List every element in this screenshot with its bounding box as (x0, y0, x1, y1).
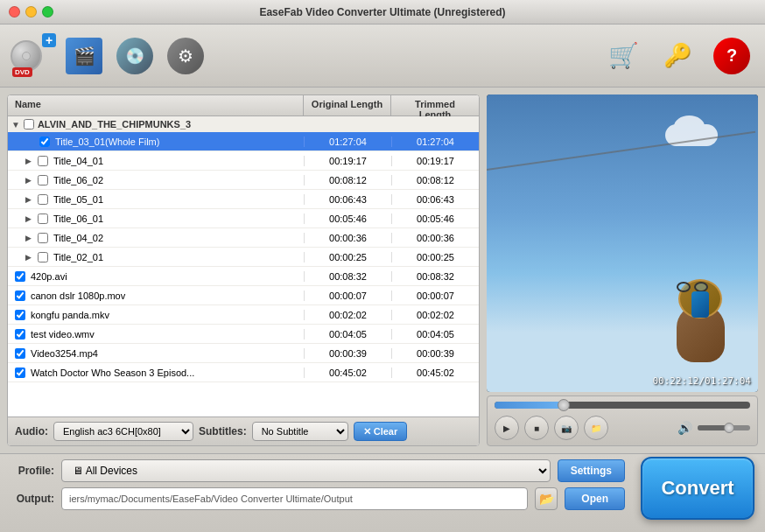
volume-thumb[interactable] (724, 423, 734, 433)
bottom-section: Profile: 🖥 All Devices Settings Output: … (0, 453, 765, 532)
progress-bar[interactable] (495, 402, 750, 409)
row-expand-icon[interactable]: ▶ (25, 176, 38, 185)
table-row[interactable]: Video3254.mp4 00:00:39 00:00:39 (8, 344, 479, 363)
row-original-length: 00:00:25 (304, 252, 391, 262)
file-list-body[interactable]: ▼ ALVIN_AND_THE_CHIPMUNKS_3 Title_03_01(… (8, 116, 479, 416)
row-checkbox[interactable] (38, 233, 48, 243)
row-checkbox[interactable] (15, 368, 25, 378)
close-button[interactable] (9, 6, 20, 18)
row-original-length: 00:08:12 (304, 175, 391, 186)
row-expand-icon[interactable]: ▶ (25, 253, 38, 262)
progress-fill (495, 402, 564, 409)
table-row[interactable]: ▶ Title_06_02 00:08:12 00:08:12 (8, 171, 479, 190)
folder-icon: 📂 (539, 492, 554, 506)
row-filename: test video.wmv (27, 329, 304, 340)
table-row[interactable]: ▶ Title_02_01 00:00:25 00:00:25 (8, 248, 479, 267)
table-row[interactable]: ▶ Title_04_02 00:00:36 00:00:36 (8, 228, 479, 248)
video-preview: 00:22:12/01:27:04 (487, 94, 758, 392)
add-video-button[interactable]: 🎬 (61, 33, 107, 79)
row-trimmed-length: 00:02:02 (391, 310, 479, 320)
table-row[interactable]: Watch Doctor Who Season 3 Episod... 00:4… (8, 363, 479, 382)
row-checkbox[interactable] (39, 136, 50, 147)
row-filename: Title_05_01 (50, 194, 304, 205)
row-checkbox[interactable] (15, 290, 25, 301)
file-list-header: Name Original Length Trimmed Length (8, 95, 479, 116)
maximize-button[interactable] (42, 6, 53, 18)
preferences-button[interactable]: ⚙ (163, 33, 208, 79)
row-filename: Title_04_01 (50, 156, 304, 166)
video-scene (487, 94, 758, 392)
add-bluray-button[interactable]: 💿 (112, 33, 158, 79)
row-filename: Video3254.mp4 (27, 348, 304, 359)
toolbar: DVD + 🎬 💿 ⚙ 🛒 🔑 ? (0, 24, 765, 88)
snapshot-button[interactable]: 📷 (554, 416, 579, 440)
table-row[interactable]: Title_03_01(Whole Film) 01:27:04 01:27:0… (8, 132, 479, 151)
video-controls: ▶ ■ 📷 📁 🔊 (487, 396, 758, 446)
row-filename: kongfu panda.mkv (27, 310, 304, 320)
row-trimmed-length: 00:08:32 (391, 271, 479, 282)
profile-select[interactable]: 🖥 All Devices (61, 459, 551, 482)
row-original-length: 00:19:17 (304, 156, 391, 166)
row-original-length: 00:08:32 (304, 271, 391, 282)
register-button[interactable]: 🔑 (655, 33, 700, 79)
row-trimmed-length: 00:45:02 (391, 368, 479, 378)
play-button[interactable]: ▶ (495, 416, 519, 440)
row-original-length: 00:00:39 (304, 348, 391, 359)
row-checkbox[interactable] (15, 329, 25, 340)
row-expand-icon[interactable]: ▶ (25, 195, 38, 204)
audio-select[interactable]: English ac3 6CH[0x80] (53, 422, 193, 441)
snapshot-icon: 📷 (561, 424, 572, 433)
row-checkbox[interactable] (15, 310, 25, 320)
add-dvd-button[interactable]: DVD + (11, 33, 56, 79)
row-trimmed-length: 00:19:17 (391, 156, 479, 166)
table-row[interactable]: ▶ Title_04_01 00:19:17 00:19:17 (8, 151, 479, 171)
file-group-alvin[interactable]: ▼ ALVIN_AND_THE_CHIPMUNKS_3 (8, 116, 479, 132)
row-expand-icon[interactable]: ▶ (25, 234, 38, 242)
cart-icon: 🛒 (605, 38, 642, 74)
row-checkbox[interactable] (38, 175, 48, 186)
table-row[interactable]: kongfu panda.mkv 00:02:02 00:02:02 (8, 305, 479, 325)
row-checkbox[interactable] (38, 252, 48, 262)
clear-button[interactable]: ✕ Clear (354, 422, 408, 441)
output-path-input[interactable] (61, 487, 528, 510)
settings-button[interactable]: Settings (558, 459, 625, 482)
row-trimmed-length: 00:00:25 (391, 252, 479, 262)
row-expand-icon[interactable]: ▶ (25, 214, 38, 223)
row-original-length: 00:04:05 (304, 329, 391, 340)
minimize-button[interactable] (25, 6, 37, 18)
row-checkbox[interactable] (38, 156, 48, 166)
stop-button[interactable]: ■ (524, 416, 549, 440)
convert-button[interactable]: Convert (641, 457, 754, 520)
key-icon: 🔑 (659, 38, 696, 74)
dvd-plus-icon: DVD + (11, 33, 56, 79)
row-checkbox[interactable] (38, 214, 48, 224)
buy-button[interactable]: 🛒 (600, 33, 646, 79)
open-folder-button[interactable]: 📁 (584, 416, 608, 440)
help-button[interactable]: ? (709, 33, 754, 79)
col-name-header: Name (8, 95, 304, 116)
table-row[interactable]: 420p.avi 00:08:32 00:08:32 (8, 267, 479, 286)
table-row[interactable]: ▶ Title_05_01 00:06:43 00:06:43 (8, 190, 479, 209)
row-original-length: 00:05:46 (304, 214, 391, 224)
progress-thumb[interactable] (558, 399, 570, 411)
row-filename: Title_03_01(Whole Film) (52, 136, 304, 147)
subtitles-label: Subtitles: (199, 425, 247, 438)
file-panel: Name Original Length Trimmed Length ▼ AL… (7, 94, 480, 446)
table-row[interactable]: test video.wmv 00:04:05 00:04:05 (8, 325, 479, 344)
row-checkbox[interactable] (38, 194, 48, 205)
table-row[interactable]: ▶ Title_06_01 00:05:46 00:05:46 (8, 209, 479, 228)
row-checkbox[interactable] (15, 271, 25, 282)
row-checkbox[interactable] (15, 348, 25, 359)
row-filename: Title_04_02 (50, 233, 304, 243)
row-filename: Title_06_01 (50, 214, 304, 224)
subtitle-select[interactable]: No Subtitle (252, 422, 348, 441)
row-filename: Title_02_01 (50, 252, 304, 262)
audio-subtitle-bar: Audio: English ac3 6CH[0x80] Subtitles: … (8, 416, 479, 445)
open-output-button[interactable]: Open (565, 487, 625, 510)
col-trimmed-header: Trimmed Length (391, 95, 479, 116)
row-expand-icon[interactable]: ▶ (25, 157, 38, 165)
group-checkbox[interactable] (24, 119, 34, 130)
output-folder-button[interactable]: 📂 (535, 487, 558, 510)
volume-slider[interactable] (698, 425, 750, 430)
table-row[interactable]: canon dslr 1080p.mov 00:00:07 00:00:07 (8, 286, 479, 305)
